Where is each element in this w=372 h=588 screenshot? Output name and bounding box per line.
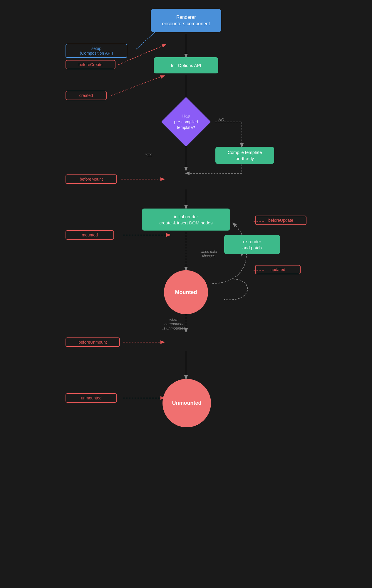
svg-line-14 bbox=[111, 76, 164, 95]
unmounted-hook-node: unmounted bbox=[66, 392, 117, 404]
compile-template-node: Compile templateon-the-fly bbox=[215, 147, 274, 164]
before-create-node: beforeCreate bbox=[66, 59, 115, 70]
yes-label: YES bbox=[145, 153, 153, 157]
no-label: NO bbox=[218, 117, 224, 122]
renderer-node: Rendererencounters component bbox=[151, 9, 221, 32]
rerender-node: re-renderand patch bbox=[224, 235, 280, 254]
setup-node: setup(Composition API) bbox=[66, 43, 127, 58]
has-template-node: Haspre-compiledtemplate? bbox=[160, 104, 212, 140]
before-update-node: beforeUpdate bbox=[255, 214, 306, 226]
updated-node: updated bbox=[255, 264, 301, 275]
lifecycle-diagram: Rendererencounters component setup(Compo… bbox=[60, 0, 312, 588]
unmounted-circle-node: Unmounted bbox=[162, 379, 211, 427]
init-options-node: Init Options API bbox=[154, 57, 218, 73]
before-mount-node: beforeMount bbox=[66, 173, 117, 185]
before-unmount-node: beforeUnmount bbox=[66, 336, 120, 348]
mounted-circle-node: Mounted bbox=[164, 270, 208, 314]
created-node: created bbox=[66, 90, 107, 101]
when-data-changes-label: when datachanges bbox=[201, 250, 217, 258]
initial-render-node: initial rendercreate & insert DOM nodes bbox=[142, 209, 230, 231]
when-unmounted-label: whencomponentis unmounted bbox=[162, 317, 185, 330]
mounted-hook-node: mounted bbox=[66, 229, 114, 241]
